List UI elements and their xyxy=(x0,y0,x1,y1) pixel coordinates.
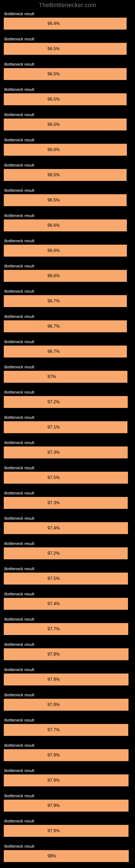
bottleneck-row-label: Bottleneck result xyxy=(4,592,131,596)
bottleneck-row: Bottleneck result96.7% xyxy=(4,314,131,332)
row-spacer xyxy=(4,410,131,415)
bar-fill: 97.2% xyxy=(4,396,128,408)
bottleneck-row-label: Bottleneck result xyxy=(4,541,131,546)
bottleneck-row-label: Bottleneck result xyxy=(4,768,131,773)
bottleneck-row-label: Bottleneck result xyxy=(4,390,131,394)
row-spacer xyxy=(4,813,131,818)
bottleneck-row-label: Bottleneck result xyxy=(4,163,131,167)
row-spacer xyxy=(4,460,131,465)
row-spacer xyxy=(4,838,131,844)
bottleneck-row-label: Bottleneck result xyxy=(4,692,131,697)
bottleneck-row: Bottleneck result97.9% xyxy=(4,743,131,761)
bar-value: 97.9% xyxy=(48,828,60,833)
bar-value: 96.5% xyxy=(48,173,60,177)
row-spacer xyxy=(4,788,131,794)
bottleneck-row: Bottleneck result97.9% xyxy=(4,818,131,837)
bar-fill: 97.8% xyxy=(4,648,129,660)
row-spacer xyxy=(4,611,131,617)
bar-track: 97.7% xyxy=(4,724,131,736)
bar-fill: 97.9% xyxy=(4,774,129,786)
bottleneck-row: Bottleneck result97.4% xyxy=(4,592,131,610)
row-spacer xyxy=(4,864,131,868)
bar-value: 96.6% xyxy=(48,147,60,152)
bottleneck-row: Bottleneck result98% xyxy=(4,844,131,862)
bar-fill: 96.5% xyxy=(4,93,127,105)
bottleneck-row: Bottleneck result96.5% xyxy=(4,37,131,55)
row-spacer xyxy=(4,485,131,491)
bar-track: 96.5% xyxy=(4,194,131,206)
bar-value: 97.9% xyxy=(48,753,60,757)
bar-fill: 97.4% xyxy=(4,598,128,610)
bar-fill: 97.4% xyxy=(4,522,128,534)
row-spacer xyxy=(4,82,131,87)
bar-fill: 96.6% xyxy=(4,270,127,282)
bar-value: 97.5% xyxy=(48,475,60,480)
row-spacer xyxy=(4,208,131,213)
bottleneck-row: Bottleneck result96.5% xyxy=(4,188,131,206)
bar-track: 96.5% xyxy=(4,93,131,105)
bottleneck-row-label: Bottleneck result xyxy=(4,617,131,621)
bottleneck-row: Bottleneck result97.4% xyxy=(4,516,131,534)
bar-track: 97.2% xyxy=(4,547,131,559)
row-spacer xyxy=(4,561,131,566)
bottleneck-row: Bottleneck result97.2% xyxy=(4,541,131,559)
bottleneck-chart: Bottleneck result96.4%Bottleneck result9… xyxy=(0,11,135,868)
bar-value: 98% xyxy=(48,854,56,859)
bar-fill: 96.6% xyxy=(4,245,127,257)
bottleneck-row: Bottleneck result96.5% xyxy=(4,112,131,130)
bar-value: 97.9% xyxy=(48,803,60,808)
row-spacer xyxy=(4,132,131,137)
bar-track: 97.5% xyxy=(4,572,131,585)
row-spacer xyxy=(4,107,131,112)
bar-track: 97.3% xyxy=(4,497,131,509)
bottleneck-row-label: Bottleneck result xyxy=(4,667,131,672)
row-spacer xyxy=(4,283,131,289)
bottleneck-row-label: Bottleneck result xyxy=(4,213,131,218)
bottleneck-row-label: Bottleneck result xyxy=(4,743,131,748)
bar-fill: 97.3% xyxy=(4,497,128,509)
bar-value: 97.7% xyxy=(48,627,60,631)
bar-fill: 97.9% xyxy=(4,800,129,812)
bar-value: 96.6% xyxy=(48,248,60,253)
bar-track: 96.7% xyxy=(4,346,131,358)
bar-value: 97.9% xyxy=(48,677,60,682)
bar-value: 96.6% xyxy=(48,273,60,278)
bottleneck-row-label: Bottleneck result xyxy=(4,818,131,823)
bar-fill: 98% xyxy=(4,850,129,862)
bar-fill: 96.5% xyxy=(4,194,127,206)
bar-fill: 96.7% xyxy=(4,320,127,332)
bottleneck-row-label: Bottleneck result xyxy=(4,11,131,16)
bar-track: 96.4% xyxy=(4,18,131,30)
row-spacer xyxy=(4,687,131,692)
bottleneck-row: Bottleneck result96.4% xyxy=(4,11,131,30)
bar-value: 97.9% xyxy=(48,778,60,783)
bar-fill: 96.6% xyxy=(4,219,127,231)
bar-fill: 97.7% xyxy=(4,724,128,736)
bottleneck-row: Bottleneck result97.5% xyxy=(4,566,131,585)
bar-track: 97.2% xyxy=(4,396,131,408)
bottleneck-row-label: Bottleneck result xyxy=(4,112,131,117)
row-spacer xyxy=(4,712,131,718)
bottleneck-row: Bottleneck result96.6% xyxy=(4,213,131,231)
bar-fill: 97.5% xyxy=(4,572,128,585)
bottleneck-row: Bottleneck result97.7% xyxy=(4,718,131,736)
bottleneck-row-label: Bottleneck result xyxy=(4,415,131,420)
bar-fill: 96.5% xyxy=(4,68,127,80)
bottleneck-row: Bottleneck result96.7% xyxy=(4,339,131,358)
bottleneck-row: Bottleneck result96.6% xyxy=(4,137,131,156)
bar-track: 97.5% xyxy=(4,472,131,484)
bar-track: 97.8% xyxy=(4,699,131,711)
bar-track: 96.5% xyxy=(4,119,131,130)
row-spacer xyxy=(4,586,131,592)
bar-value: 97.1% xyxy=(48,425,60,430)
bottleneck-row: Bottleneck result97.8% xyxy=(4,692,131,711)
bottleneck-row: Bottleneck result96.6% xyxy=(4,264,131,282)
bar-track: 96.5% xyxy=(4,169,131,181)
bottleneck-row-label: Bottleneck result xyxy=(4,794,131,798)
bar-track: 96.7% xyxy=(4,320,131,332)
bar-track: 97.4% xyxy=(4,522,131,534)
bottleneck-row: Bottleneck result97.9% xyxy=(4,667,131,685)
row-spacer xyxy=(4,309,131,314)
bar-value: 97.3% xyxy=(48,450,60,455)
row-spacer xyxy=(4,258,131,264)
